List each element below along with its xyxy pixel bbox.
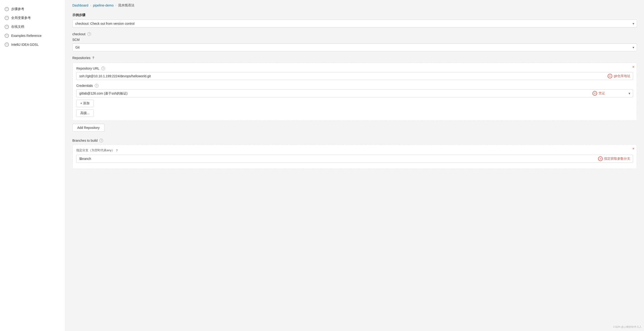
help-icon-global-var: ?	[5, 16, 9, 20]
branch-close-button[interactable]: ×	[632, 147, 634, 151]
sidebar-item-label-examples-ref: Examples Reference	[11, 34, 42, 38]
scm-select[interactable]: Git	[72, 44, 637, 51]
credentials-label-text: Credentials	[76, 84, 93, 88]
scm-field-label: SCM	[72, 38, 637, 42]
advanced-button[interactable]: 高级...	[76, 110, 94, 117]
credentials-select-container: gitlab@126.com (基于ssh的验证) ▾ ② 凭证	[76, 89, 633, 97]
sidebar-item-step-ref[interactable]: ? 步骤参考	[0, 5, 65, 14]
checkout-field-label: checkout ?	[72, 32, 637, 36]
example-steps-select-wrapper: checkout: Check out from version control…	[72, 20, 637, 28]
repositories-label-row: Repositories ?	[72, 56, 637, 60]
sidebar-item-label-global-var: 全局变量参考	[11, 16, 31, 20]
branches-to-build-label-text: Branches to build	[72, 139, 98, 142]
sidebar-item-label-online-doc: 在线文档	[11, 25, 24, 29]
sidebar-item-label-intellij: IntelliJ IDEA GDSL	[11, 43, 39, 47]
repository-close-button[interactable]: ×	[632, 65, 634, 69]
breadcrumb-sep-1: ›	[90, 4, 91, 7]
checkout-help-icon[interactable]: ?	[87, 32, 91, 36]
breadcrumb-current: 流水线语法	[118, 3, 134, 8]
watermark: CSDN @上树的软件儿入	[613, 325, 642, 329]
breadcrumb-pipeline[interactable]: pipeline-demo	[93, 4, 114, 7]
repositories-label-text: Repositories	[72, 56, 90, 60]
help-icon-intellij: ?	[5, 43, 9, 47]
add-repository-button[interactable]: Add Repository	[72, 124, 104, 132]
credentials-btn-row: + 添加	[76, 100, 633, 107]
branches-to-build-label-row: Branches to build ?	[72, 139, 637, 142]
main-content: Dashboard › pipeline-demo › 流水线语法 示例步骤 c…	[65, 0, 644, 331]
repo-url-input-container: ① git仓库地址	[76, 72, 633, 80]
credentials-help-icon[interactable]: ?	[95, 84, 98, 88]
credentials-select-wrapper: gitlab@126.com (基于ssh的验证) ▾	[76, 89, 633, 97]
sidebar-item-global-var[interactable]: ? 全局变量参考	[0, 14, 65, 23]
repositories-help-icon[interactable]: ?	[92, 56, 94, 60]
advanced-btn-row: 高级...	[76, 110, 633, 117]
branch-field-label-row: 指定分支（为空时代表any） ?	[76, 148, 633, 152]
branches-dashed-box: × 指定分支（为空时代表any） ? ③ 指定获取参数分支	[72, 144, 637, 169]
breadcrumb-dashboard[interactable]: Dashboard	[72, 4, 88, 7]
scm-select-wrapper: Git ▾	[72, 44, 637, 51]
branches-section: Branches to build ? × 指定分支（为空时代表any） ? ③	[72, 139, 637, 169]
example-steps-select[interactable]: checkout: Check out from version control	[72, 20, 637, 28]
example-steps-title: 示例步骤	[72, 13, 637, 17]
repo-url-label-row: Repository URL ?	[76, 67, 633, 70]
branch-field-help-icon[interactable]: ?	[116, 149, 118, 152]
sidebar-item-label-step-ref: 步骤参考	[11, 7, 24, 11]
sidebar-item-examples-ref[interactable]: ? Examples Reference	[0, 31, 65, 40]
add-credential-button[interactable]: + 添加	[76, 100, 94, 107]
branches-help-icon[interactable]: ?	[100, 139, 103, 142]
repository-dashed-box: × Repository URL ? ① git仓库地址 Credentials	[72, 63, 637, 121]
branch-input[interactable]	[76, 155, 633, 163]
scm-label-text: SCM	[72, 38, 80, 42]
repositories-section: Repositories ? × Repository URL ? ① git仓…	[72, 56, 637, 169]
branch-field-label-text: 指定分支（为空时代表any）	[76, 148, 114, 152]
repo-url-label-text: Repository URL	[76, 67, 100, 70]
sidebar-item-online-doc[interactable]: ? 在线文档	[0, 23, 65, 31]
breadcrumb: Dashboard › pipeline-demo › 流水线语法	[72, 0, 637, 11]
help-icon-step-ref: ?	[5, 7, 9, 11]
repo-url-input[interactable]	[76, 72, 633, 80]
checkout-label-text: checkout	[72, 32, 86, 36]
credentials-label-row: Credentials ?	[76, 84, 633, 88]
breadcrumb-sep-2: ›	[115, 4, 116, 7]
branch-input-container: ③ 指定获取参数分支	[76, 155, 633, 163]
help-icon-online-doc: ?	[5, 25, 9, 29]
repo-url-help-icon[interactable]: ?	[101, 67, 105, 70]
sidebar: ? 步骤参考 ? 全局变量参考 ? 在线文档 ? Examples Refere…	[0, 0, 65, 331]
sidebar-item-intellij[interactable]: ? IntelliJ IDEA GDSL	[0, 40, 65, 49]
credentials-select[interactable]: gitlab@126.com (基于ssh的验证)	[76, 89, 633, 97]
help-icon-examples-ref: ?	[5, 34, 9, 38]
